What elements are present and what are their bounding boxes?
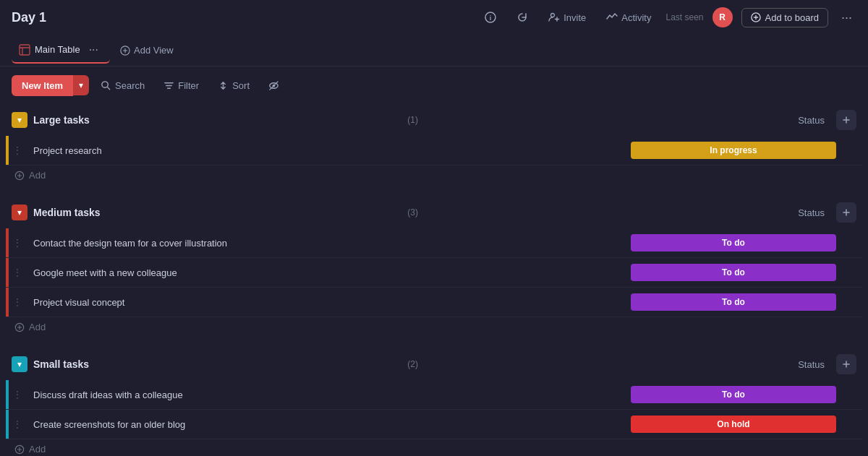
sync-icon [516, 12, 528, 23]
hide-icon [268, 80, 279, 91]
top-nav-right: i Invite Activity Last seen R [479, 7, 856, 28]
svg-text:i: i [490, 14, 492, 22]
table-row[interactable]: ⋮ Project visual concept To do [6, 288, 862, 317]
more-options-button[interactable]: ··· [837, 7, 856, 28]
add-view-icon [120, 46, 130, 56]
task-status[interactable]: To do [625, 291, 842, 314]
add-label: Add [29, 444, 46, 455]
invite-button[interactable]: Invite [542, 9, 592, 26]
add-to-board-icon [751, 12, 761, 22]
add-column-button[interactable] [836, 202, 856, 223]
group-count: (1) [407, 115, 418, 125]
group-header-large-tasks[interactable]: ▾ Large tasks (1) Status [6, 104, 862, 136]
task-status[interactable]: To do [625, 261, 842, 284]
toolbar: New Item ▾ Search Filter Sort [0, 66, 868, 104]
task-name: Contact the design team for a cover illu… [26, 232, 625, 254]
group-chevron: ▾ [12, 205, 27, 220]
drag-handle[interactable]: ⋮ [9, 297, 26, 307]
add-icon [14, 444, 25, 455]
group-title: Small tasks [33, 358, 401, 370]
task-name: Project research [26, 139, 625, 162]
status-badge: To do [631, 234, 836, 251]
invite-icon [548, 12, 560, 23]
task-name: Google meet with a new colleague [26, 262, 625, 284]
group-header-medium-tasks[interactable]: ▾ Medium tasks (3) Status [6, 197, 862, 228]
tabs-bar: Main Table ··· Add View [0, 35, 868, 66]
group-chevron: ▾ [12, 112, 27, 128]
group-header-small-tasks[interactable]: ▾ Small tasks (2) Status [6, 348, 862, 380]
add-row-button[interactable]: Add [6, 439, 862, 456]
add-column-button[interactable] [836, 110, 856, 130]
task-status[interactable]: On hold [625, 413, 842, 436]
group-status-label: Status [798, 115, 825, 126]
table-row[interactable]: ⋮ Google meet with a new colleague To do [6, 258, 862, 288]
main-content: ▾ Large tasks (1) Status ⋮ Project resea… [0, 104, 868, 456]
add-row-button[interactable]: Add [6, 165, 862, 185]
group-small-tasks: ▾ Small tasks (2) Status ⋮ Discuss draft… [6, 348, 862, 456]
search-label: Search [115, 80, 145, 91]
status-badge: To do [631, 386, 836, 403]
task-status[interactable]: To do [625, 383, 842, 406]
group-medium-tasks: ▾ Medium tasks (3) Status ⋮ Contact the … [6, 197, 862, 337]
new-item-button-group: New Item ▾ [12, 75, 89, 96]
table-row[interactable]: ⋮ Project research In progress [6, 136, 862, 165]
tab-more-button[interactable]: ··· [85, 42, 103, 58]
svg-rect-4 [20, 45, 30, 55]
drag-handle[interactable]: ⋮ [9, 390, 26, 400]
add-to-board-label: Add to board [765, 12, 819, 23]
filter-label: Filter [178, 80, 199, 91]
group-large-tasks: ▾ Large tasks (1) Status ⋮ Project resea… [6, 104, 862, 185]
add-view-label: Add View [134, 45, 174, 56]
add-column-button[interactable] [836, 354, 856, 374]
group-count: (2) [407, 359, 418, 369]
status-badge: To do [631, 264, 836, 281]
drag-handle[interactable]: ⋮ [9, 238, 26, 248]
drag-handle[interactable]: ⋮ [9, 267, 26, 278]
activity-icon [606, 12, 618, 23]
new-item-caret-button[interactable]: ▾ [73, 75, 89, 95]
add-icon [14, 322, 25, 332]
sort-label: Sort [232, 80, 250, 91]
add-view-button[interactable]: Add View [113, 40, 181, 60]
task-status[interactable]: To do [625, 231, 842, 254]
task-name: Create screenshots for an older blog [26, 413, 625, 436]
drag-handle[interactable]: ⋮ [9, 419, 26, 429]
status-badge: In progress [631, 142, 836, 159]
sort-button[interactable]: Sort [210, 76, 257, 95]
info-icon: i [485, 12, 496, 23]
table-row[interactable]: ⋮ Create screenshots for an older blog O… [6, 410, 862, 439]
group-status-label: Status [798, 207, 825, 218]
new-item-main-button[interactable]: New Item [12, 75, 73, 96]
page-title: Day 1 [12, 10, 46, 25]
add-label: Add [29, 322, 46, 332]
task-name: Discuss draft ideas with a colleague [26, 384, 625, 406]
add-column-icon [842, 208, 851, 217]
info-button[interactable]: i [479, 9, 502, 26]
group-title: Medium tasks [33, 207, 401, 218]
add-label: Add [29, 170, 46, 181]
activity-label: Activity [621, 12, 651, 23]
sort-icon [218, 80, 229, 91]
add-to-board-button[interactable]: Add to board [741, 8, 828, 27]
filter-button[interactable]: Filter [156, 76, 206, 95]
drag-handle[interactable]: ⋮ [9, 145, 26, 155]
table-row[interactable]: ⋮ Contact the design team for a cover il… [6, 228, 862, 258]
sync-button[interactable] [511, 9, 534, 26]
task-name: Project visual concept [26, 291, 625, 314]
task-status[interactable]: In progress [625, 139, 842, 162]
hide-button[interactable] [261, 76, 286, 95]
avatar: R [712, 7, 733, 27]
last-seen-label: Last seen [665, 12, 703, 22]
tab-main-table[interactable]: Main Table ··· [12, 38, 110, 64]
status-badge: On hold [631, 416, 836, 433]
table-row[interactable]: ⋮ Discuss draft ideas with a colleague T… [6, 380, 862, 410]
activity-button[interactable]: Activity [600, 9, 657, 26]
add-row-button[interactable]: Add [6, 317, 862, 337]
search-button[interactable]: Search [93, 76, 152, 95]
top-nav-left: Day 1 [12, 10, 46, 25]
group-chevron: ▾ [12, 356, 27, 372]
top-nav: Day 1 i Invite Activ [0, 0, 868, 35]
add-icon [14, 171, 25, 181]
status-badge: To do [631, 293, 836, 311]
add-column-icon [842, 360, 851, 369]
